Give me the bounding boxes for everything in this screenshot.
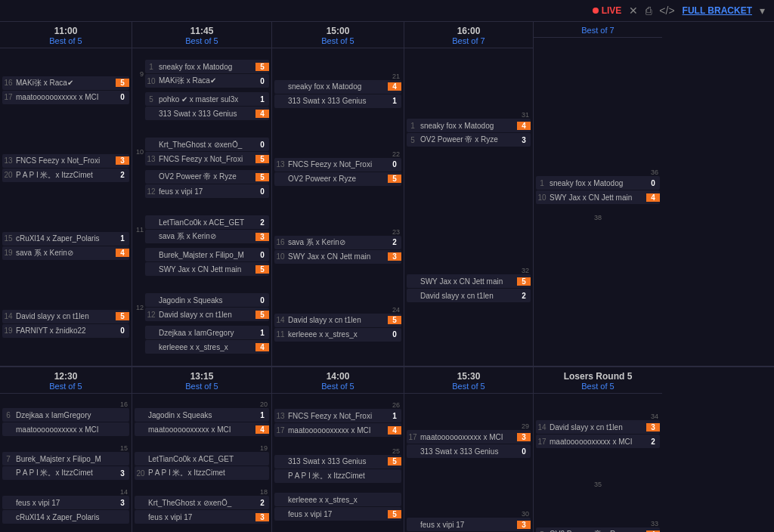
match-row: 20 P A P I 米。x ItzzCimet xyxy=(135,466,269,480)
round-col-1600: 16:00 Best of 7 31 1 sneaky fox x Matodo… xyxy=(404,22,534,366)
match-row: 1 sneaky fox x Matodog 0 xyxy=(536,176,660,190)
match-row: 13 FNCS Feezy x Not_Froxi 0 xyxy=(274,158,401,172)
match-row: 14 David slayy x cn t1len 5 xyxy=(2,310,129,323)
match-row: Krt_TheGhost x ⊘xenÕ_ 2 xyxy=(135,496,269,509)
match-row: P A P I 米。x ItzzCimet xyxy=(274,469,401,483)
match-row: 313 Swat x 313 Genius 4 xyxy=(145,107,269,120)
round-time-1530: 15:30 xyxy=(407,371,530,382)
round-bo-1100: Best of 5 xyxy=(3,36,128,45)
match-block-31: 31 1 sneaky fox x Matodog 4 5 OV2 Poweer… xyxy=(407,111,531,147)
matches-area-1315: 20 Jagodin x Squeaks 1 maatooooooxxxxx x… xyxy=(132,394,271,532)
match-row: 16 sava 系 x Kerin⊘ 2 xyxy=(274,236,401,249)
code-icon[interactable]: </> xyxy=(659,5,674,17)
match-row: 17 maatooooooxxxxx x MCI 4 xyxy=(274,423,401,437)
match-row: 313 Swat x 313 Genius 0 xyxy=(407,444,531,458)
chevron-down-icon[interactable]: ▾ xyxy=(760,5,765,17)
match-row: 5 pohko ✔ x master sul3x 1 xyxy=(145,92,269,106)
live-dot xyxy=(593,8,599,14)
round-col-final: Best of 7 36 1 sneaky fox x Matodog 0 10… xyxy=(534,22,662,366)
round-bo-1145: Best of 5 xyxy=(135,36,268,45)
match-row: Jagodin x Squeaks 1 xyxy=(135,408,269,422)
live-label: LIVE xyxy=(602,5,622,16)
round-header-1500: 15:00 Best of 5 xyxy=(272,22,404,48)
match-group-12: 12 Jagodin x Squeaks 0 12 David slayy x … xyxy=(135,293,269,354)
round-col-1100: 11:00 Best of 5 16 MAKi张 x Raca✔ 5 17 ma… xyxy=(0,22,132,366)
match-block-30: 30 feus x vipi 17 3 8 pohko ✔ x master s… xyxy=(407,510,531,532)
round-header-lr5: Losers Round 5 Best of 5 xyxy=(534,367,662,394)
round-col-1230: 12:30 Best of 5 16 6 Dzejkaa x IamGregor… xyxy=(0,367,132,532)
match-row: 313 Swat x 313 Genius 5 xyxy=(274,455,401,469)
match-row: P A P I 米。x ItzzCimet 3 xyxy=(2,466,129,480)
match-row: SWY Jax x CN Jett main 5 xyxy=(145,262,269,276)
match-block-33: 33 5 OV2 Poweer 帝 x Ryze 4 12 feus x vip… xyxy=(536,520,660,532)
close-icon[interactable]: ✕ xyxy=(629,5,638,17)
round-bo-1530: Best of 5 xyxy=(407,382,530,391)
live-badge: LIVE xyxy=(593,5,622,16)
round-time-1600: 16:00 xyxy=(407,26,530,36)
match-row: 10 SWY Jax x CN Jett main 4 xyxy=(536,190,660,204)
bottom-section: 12:30 Best of 5 16 6 Dzejkaa x IamGregor… xyxy=(0,367,774,532)
print-icon[interactable]: ⎙ xyxy=(646,5,652,17)
match-row: David slayy x cn t1len 2 xyxy=(407,289,531,302)
round-time-1315: 13:15 xyxy=(135,371,268,382)
match-row: OV2 Poweer 帝 x Ryze 5 xyxy=(145,170,269,184)
round-header-1230: 12:30 Best of 5 xyxy=(0,367,132,394)
match-row: 12 David slayy x cn t1len 5 xyxy=(145,308,269,321)
match-block-14: 14 feus x vipi 17 3 cRuXl14 x Zaper_Pola… xyxy=(2,488,129,524)
match-row: kerleeee x x_stres_x xyxy=(274,493,401,506)
match-block-29: 29 17 maatooooooxxxxx x MCI 3 313 Swat x… xyxy=(407,422,531,459)
match-row: 5 OV2 Poweer 帝 x Ryze 4 xyxy=(536,527,660,532)
round-header-1530: 15:30 Best of 5 xyxy=(404,367,533,394)
match-row: 313 Swat x 313 Genius 1 xyxy=(274,94,401,108)
round-bo-lr5: Best of 5 xyxy=(537,382,659,391)
round-col-1315: 13:15 Best of 5 20 Jagodin x Squeaks 1 xyxy=(132,367,272,532)
matches-area-final: 36 1 sneaky fox x Matodog 0 10 SWY Jax x… xyxy=(534,38,662,355)
match-block-32: 32 SWY Jax x CN Jett main 5 David slayy … xyxy=(407,267,531,303)
match-row: LetTianCo0k x ACE_GET 2 xyxy=(145,215,269,229)
round-col-1500: 15:00 Best of 5 21 sneaky fox x Matodog … xyxy=(272,22,404,366)
match-row: SWY Jax x CN Jett main 5 xyxy=(407,274,531,288)
match-block-15: 15 7 Burek_Majster x Filipo_M P A P I 米。… xyxy=(2,444,129,481)
round-header-1315: 13:15 Best of 5 xyxy=(132,367,271,394)
match-row: 13 FNCS Feezy x Not_Froxi 1 xyxy=(274,409,401,422)
match-block-19: 19 LetTianCo0k x ACE_GET 20 P A P I 米。x … xyxy=(135,444,269,481)
match-block-3: 15 cRuXl14 x Zaper_Polaris 1 19 sava 系 x… xyxy=(2,232,129,261)
match-block-27a: kerleeee x x_stres_x feus x vipi 17 5 xyxy=(274,493,401,521)
round-bo-1315: Best of 5 xyxy=(135,382,268,391)
match-group-10: 10 Krt_TheGhost x ⊘xenÕ_ 0 13 FNCS Feezy… xyxy=(135,138,269,199)
match-block-21: 21 sneaky fox x Matodog 4 313 Swat x 313… xyxy=(274,73,401,109)
match-group-11: 11 LetTianCo0k x ACE_GET 2 sava 系 x Keri… xyxy=(135,215,269,277)
match-block-16: 16 6 Dzejkaa x IamGregory maatooooooxxxx… xyxy=(2,401,129,437)
match-row: 1 sneaky fox x Matodog 5 xyxy=(145,60,269,73)
bracket-container: LIVE ✕ ⎙ </> FULL BRACKET ▾ 11:00 Best o… xyxy=(0,0,774,532)
match-row: 11 kerleeee x x_stres_x 0 xyxy=(274,328,401,342)
match-row: 13 FNCS Feezy x Not_Froxi 3 xyxy=(2,154,129,168)
match-row: 19 sava 系 x Kerin⊘ 4 xyxy=(2,246,129,260)
round-header-1100: 11:00 Best of 5 xyxy=(0,22,132,48)
match-row: feus x vipi 17 5 xyxy=(274,507,401,521)
match-row: maatooooooxxxxx x MCI xyxy=(2,422,129,436)
match-row: 10 MAKi张 x Raca✔ 0 xyxy=(145,74,269,88)
match-block-2: 13 FNCS Feezy x Not_Froxi 3 20 P A P I 米… xyxy=(2,154,129,183)
match-row: cRuXl14 x Zaper_Polaris xyxy=(2,510,129,524)
round-col-1530: 15:30 Best of 5 29 17 maatooooooxxxxx x … xyxy=(404,367,534,532)
match-group-9: 9 1 sneaky fox x Matodog 5 10 MAKi张 x Ra… xyxy=(135,60,269,121)
header: LIVE ✕ ⎙ </> FULL BRACKET ▾ xyxy=(0,0,774,22)
match-row: 17 maatooooooxxxxx x MCI 3 xyxy=(407,430,531,444)
matches-area-1400: 26 13 FNCS Feezy x Not_Froxi 1 17 maatoo… xyxy=(272,394,404,532)
matches-area-1500: 21 sneaky fox x Matodog 4 313 Swat x 313… xyxy=(272,48,404,366)
match-row: 16 MAKi张 x Raca✔ 5 xyxy=(2,76,129,90)
matches-area-1230: 16 6 Dzejkaa x IamGregory maatooooooxxxx… xyxy=(0,394,132,532)
match-row: kerleeee x x_stres_x 4 xyxy=(145,340,269,354)
match-row: OV2 Poweer x Ryze 5 xyxy=(274,172,401,186)
full-bracket-button[interactable]: FULL BRACKET xyxy=(683,5,752,16)
match-row: 13 FNCS Feezy x Not_Froxi 5 xyxy=(145,152,269,165)
round-header-1145: 11:45 Best of 5 xyxy=(132,22,271,48)
match-block-4: 14 David slayy x cn t1len 5 19 FARNIYT x… xyxy=(2,310,129,339)
match-row: feus x vipi 17 3 xyxy=(135,510,269,524)
round-col-lr5: Losers Round 5 Best of 5 34 14 David sla… xyxy=(534,367,662,532)
match-block-34: 34 14 David slayy x cn t1len 3 17 maatoo… xyxy=(536,413,660,449)
match-row: sava 系 x Kerin⊘ 3 xyxy=(145,230,269,243)
top-section: 11:00 Best of 5 16 MAKi张 x Raca✔ 5 17 ma… xyxy=(0,22,774,367)
match-row: 7 Burek_Majster x Filipo_M xyxy=(2,452,129,466)
